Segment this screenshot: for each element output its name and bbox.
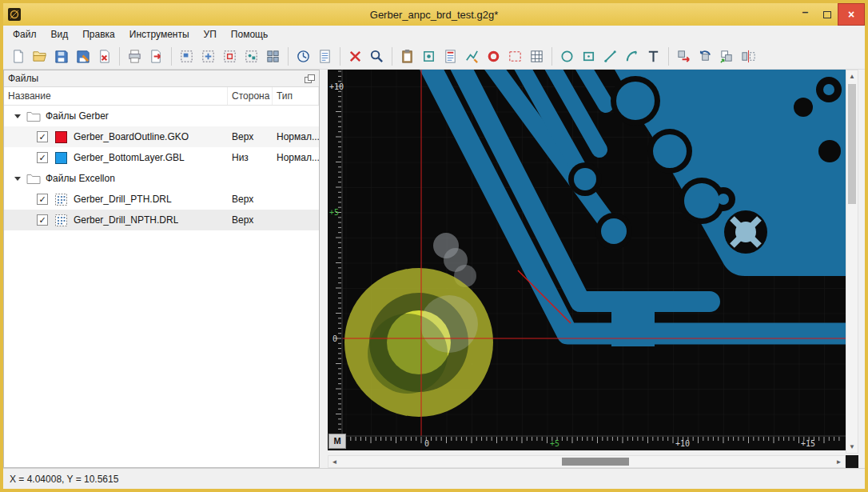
layer-type: Нормал...	[273, 126, 319, 147]
scroll-down-icon[interactable]: ▼	[846, 441, 858, 453]
zoom-objects-button[interactable]	[241, 46, 262, 67]
maximize-button[interactable]	[816, 3, 838, 26]
ruler-label: +15	[801, 439, 815, 448]
layers-list-icon	[443, 49, 458, 64]
horizontal-scroll-thumb[interactable]	[562, 458, 629, 466]
pad-editor-button[interactable]	[483, 46, 504, 67]
tree-row-drill-npth[interactable]: ✓ Gerber_Drill_NPTH.DRL Верх	[4, 210, 319, 230]
minimize-button[interactable]: –	[794, 3, 816, 26]
menu-cam[interactable]: УП	[197, 26, 224, 42]
scroll-left-icon[interactable]: ◄	[328, 456, 340, 467]
layer-color-swatch[interactable]	[55, 131, 67, 143]
expander-icon[interactable]	[14, 177, 21, 181]
selection-frame-button[interactable]	[504, 46, 526, 67]
report-icon	[317, 49, 332, 64]
tree-row-folder-excellon[interactable]: Файлы Excellon	[4, 168, 319, 189]
column-header-name[interactable]: Название	[4, 87, 228, 105]
new-file-button[interactable]	[7, 46, 29, 67]
drill-file-icon	[55, 194, 67, 206]
simulation-icon	[296, 49, 311, 64]
delete-selection-button[interactable]	[344, 46, 366, 67]
tree-row-folder-gerber[interactable]: Файлы Gerber	[4, 106, 319, 126]
panel-splitter[interactable]	[320, 70, 328, 468]
open-file-icon	[32, 49, 47, 64]
draw-line-icon	[603, 49, 618, 64]
ruler-label: +10	[329, 82, 344, 91]
zoom-window-button[interactable]	[176, 46, 197, 67]
save-file-button[interactable]	[50, 46, 72, 67]
paste-special-button[interactable]	[396, 46, 418, 67]
expander-icon[interactable]	[14, 114, 21, 118]
search-button[interactable]	[366, 46, 388, 67]
report-button[interactable]	[314, 46, 336, 67]
mirror-object-button[interactable]	[738, 46, 759, 67]
simulation-button[interactable]	[293, 46, 314, 67]
paste-special-icon	[400, 49, 415, 64]
pcb-canvas[interactable]: +10 +5 0 0 +5 +10 +15	[328, 70, 846, 450]
close-button[interactable]: ×	[838, 3, 865, 26]
export-file-button[interactable]	[145, 46, 167, 67]
app-icon	[8, 8, 21, 21]
aperture-table-button[interactable]	[526, 46, 547, 67]
vertical-scrollbar[interactable]: ▲ ▼	[846, 70, 858, 454]
files-panel: Файлы Название Сторона Тип Файлы Gerber	[3, 70, 320, 468]
layer-type	[273, 189, 319, 210]
save-as-file-icon	[75, 49, 90, 64]
layer-name: Gerber_BottomLayer.GBL	[74, 152, 185, 163]
layer-color-swatch[interactable]	[55, 152, 67, 164]
layer-checkbox[interactable]: ✓	[37, 214, 48, 226]
tree-row-drill-pth[interactable]: ✓ Gerber_Drill_PTH.DRL Верх	[4, 189, 319, 210]
copy-object-icon	[719, 49, 735, 64]
copy-object-button[interactable]	[716, 46, 738, 67]
vertical-scroll-thumb[interactable]	[848, 84, 856, 204]
draw-rect-button[interactable]	[578, 46, 599, 67]
titlebar[interactable]: Gerber_anpc_brd_test.g2g* – ×	[3, 3, 865, 26]
menu-file[interactable]: Файл	[6, 26, 44, 42]
tile-view-icon	[265, 49, 281, 64]
open-file-button[interactable]	[29, 46, 50, 67]
menu-tools[interactable]: Инструменты	[122, 26, 197, 42]
move-object-button[interactable]	[673, 46, 695, 67]
zoom-fit-button[interactable]	[197, 46, 219, 67]
ruler-units-button[interactable]: M	[328, 434, 346, 449]
tree-header: Название Сторона Тип	[4, 87, 319, 106]
scroll-right-icon[interactable]: ►	[833, 456, 845, 467]
draw-text-button[interactable]	[643, 46, 664, 67]
close-file-button[interactable]	[94, 46, 115, 67]
column-header-type[interactable]: Тип	[273, 87, 319, 105]
search-icon	[369, 49, 384, 64]
tree-row-layer-gko[interactable]: ✓ Gerber_BoardOutline.GKO Верх Нормал...	[4, 126, 319, 147]
draw-arc-button[interactable]	[621, 46, 643, 67]
print-file-button[interactable]	[124, 46, 145, 67]
layer-checkbox[interactable]: ✓	[37, 152, 48, 163]
layer-name: Gerber_Drill_PTH.DRL	[74, 194, 172, 205]
draw-line-button[interactable]	[599, 46, 621, 67]
zoom-objects-icon	[244, 49, 259, 64]
horizontal-scrollbar[interactable]: ◄ ►	[328, 455, 846, 468]
layers-list-button[interactable]	[440, 46, 461, 67]
edit-polyline-button[interactable]	[461, 46, 483, 67]
new-file-icon	[10, 49, 26, 64]
column-header-side[interactable]: Сторона	[228, 87, 273, 105]
menu-edit[interactable]: Правка	[75, 26, 122, 42]
float-panel-icon[interactable]	[305, 74, 315, 83]
menu-view[interactable]: Вид	[44, 26, 76, 42]
move-object-icon	[676, 49, 691, 64]
layer-type: Нормал...	[273, 147, 319, 168]
aperture-editor-button[interactable]	[418, 46, 440, 67]
toolbar-separator	[340, 47, 340, 66]
selection-frame-icon	[508, 49, 523, 64]
zoom-selection-button[interactable]	[219, 46, 241, 67]
scroll-up-icon[interactable]: ▲	[846, 70, 858, 82]
rotate-object-button[interactable]	[695, 46, 716, 67]
save-as-file-button[interactable]	[72, 46, 94, 67]
tree-row-layer-gbl[interactable]: ✓ Gerber_BottomLayer.GBL Низ Нормал...	[4, 147, 319, 168]
app-window: Gerber_anpc_brd_test.g2g* – × Файл Вид П…	[0, 0, 868, 492]
layer-checkbox[interactable]: ✓	[37, 131, 48, 142]
layer-checkbox[interactable]: ✓	[37, 194, 48, 205]
tile-view-button[interactable]	[262, 46, 284, 67]
menu-help[interactable]: Помощь	[224, 26, 275, 42]
draw-circle-button[interactable]	[556, 46, 578, 67]
files-panel-header[interactable]: Файлы	[4, 70, 319, 87]
ruler-label: +10	[675, 439, 690, 448]
